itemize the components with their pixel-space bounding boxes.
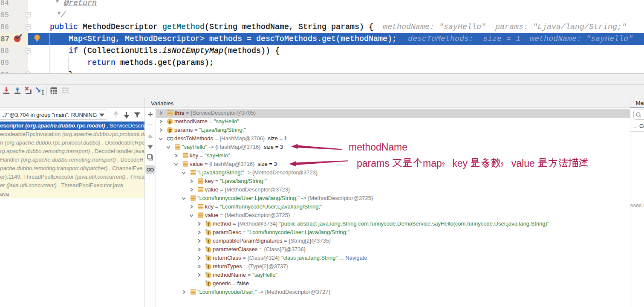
svg-text:p: p [169, 127, 171, 133]
svg-text:f: f [208, 264, 209, 269]
svg-text:f: f [208, 222, 209, 227]
svg-text:f: f [208, 230, 209, 235]
svg-text:f: f [208, 281, 209, 287]
svg-text:p: p [169, 119, 171, 124]
svg-text:f: f [208, 273, 209, 278]
svg-text:f: f [208, 239, 209, 244]
svg-text:f: f [208, 256, 209, 261]
svg-text:f: f [208, 247, 209, 252]
